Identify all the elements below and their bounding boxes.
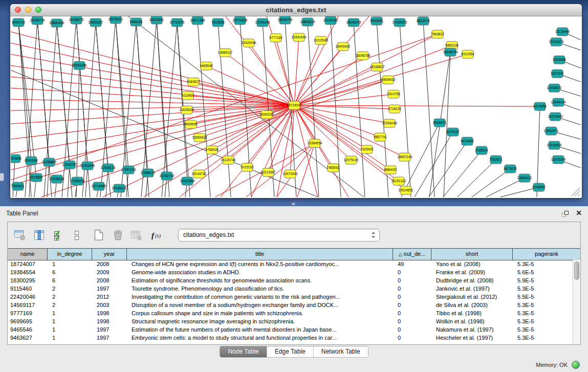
graph-node[interactable]: 19384554: [308, 139, 322, 147]
panel-splitter-handle[interactable]: [292, 203, 295, 205]
graph-node[interactable]: 18300295: [259, 111, 274, 119]
graph-node[interactable]: 19861619: [300, 18, 315, 26]
graph-node[interactable]: 14569117: [218, 49, 233, 57]
graph-node[interactable]: 7485063: [326, 164, 340, 172]
graph-node[interactable]: 14055724: [30, 16, 45, 25]
graph-node[interactable]: 15724558: [233, 16, 248, 25]
graph-node[interactable]: 17957253: [121, 166, 136, 174]
resize-grip-icon[interactable]: [572, 188, 580, 196]
graph-node[interactable]: 11156883: [42, 158, 56, 166]
graph-node[interactable]: 9465546: [200, 62, 213, 70]
graph-node[interactable]: 8813074: [417, 17, 430, 25]
graph-node[interactable]: 9777169: [269, 34, 282, 42]
citation-network-graph[interactable]: 8493714140557242089140616155275106532871…: [11, 16, 581, 198]
graph-node[interactable]: 12505135: [101, 164, 116, 172]
graph-node[interactable]: 7850611: [12, 182, 25, 190]
graph-node[interactable]: 15751874: [549, 38, 564, 46]
table-row[interactable]: 2242004622012Investigating the contribut…: [8, 293, 573, 301]
graph-node[interactable]: 12975115: [344, 156, 359, 164]
select-columns-button[interactable]: [51, 229, 64, 242]
graph-node[interactable]: 11015343: [314, 36, 329, 45]
show-column-button[interactable]: [32, 229, 46, 242]
graph-node[interactable]: 12923468: [180, 177, 195, 185]
graph-node[interactable]: 7663822: [431, 30, 444, 38]
column-header-pagerank[interactable]: pagerank: [513, 249, 580, 260]
graph-node[interactable]: 19524851: [399, 186, 413, 194]
tab-network-table[interactable]: Network Table: [313, 346, 368, 357]
graph-node[interactable]: 8912954: [461, 50, 474, 58]
graph-node[interactable]: 10653287: [89, 18, 103, 27]
graph-node[interactable]: 19654932: [381, 76, 396, 84]
graph-node[interactable]: 15166827: [370, 63, 385, 71]
column-header-short[interactable]: short: [431, 249, 513, 260]
graph-node[interactable]: 8493714: [12, 18, 25, 27]
table-row[interactable]: 969969511998Structural magnetic resonanc…: [8, 317, 573, 325]
graph-node[interactable]: 22420046: [242, 39, 256, 47]
graph-node[interactable]: 16648784: [443, 48, 458, 56]
graph-node[interactable]: 9474444: [461, 137, 474, 145]
graph-node[interactable]: 20053346: [72, 61, 87, 70]
rows-button[interactable]: [70, 229, 83, 242]
graph-node[interactable]: 9245652: [532, 183, 546, 191]
graph-node[interactable]: 12213967: [261, 168, 276, 177]
graph-node[interactable]: 18724007: [287, 101, 302, 110]
graph-node[interactable]: 14136141: [112, 184, 127, 192]
column-header-in_degree[interactable]: in_degree: [48, 249, 92, 260]
graph-node[interactable]: 8938923: [433, 119, 446, 127]
graph-node[interactable]: 9857791: [374, 133, 387, 141]
graph-node[interactable]: 12942757: [62, 161, 77, 169]
graph-node[interactable]: 16649709: [278, 16, 293, 24]
graph-node[interactable]: 8391594: [25, 157, 38, 165]
graph-node[interactable]: 2620655: [11, 155, 21, 163]
import-table-button-disabled[interactable]: [130, 229, 143, 242]
graph-node[interactable]: 20891406: [50, 19, 64, 27]
graph-node[interactable]: 12254248: [382, 119, 397, 127]
graph-node[interactable]: 7815526: [211, 18, 225, 27]
table-scrollbar[interactable]: [573, 260, 580, 344]
graph-node[interactable]: 9463627: [187, 78, 200, 86]
graph-node[interactable]: 9884067: [384, 166, 397, 174]
table-row[interactable]: 1830029562008Estimation of significance …: [8, 276, 573, 285]
graph-node[interactable]: 16155275: [69, 16, 84, 24]
delete-table-button[interactable]: [111, 229, 124, 242]
graph-node[interactable]: 9227341: [551, 70, 564, 78]
table-selector-dropdown[interactable]: citations_edges.txt: [178, 229, 380, 242]
graph-node[interactable]: 20206526: [50, 175, 64, 183]
graph-node[interactable]: 19144791: [192, 170, 207, 178]
column-header-out_de[interactable]: △out_de...: [393, 249, 431, 260]
close-panel-icon[interactable]: ✕: [576, 209, 582, 217]
graph-node[interactable]: 17016504: [547, 141, 562, 149]
table-row[interactable]: 977716911998Corpus callosum shape and si…: [8, 309, 573, 317]
graph-node[interactable]: 1810755: [387, 90, 400, 98]
graph-node[interactable]: 17359928: [70, 177, 85, 185]
window-titlebar[interactable]: citations_edges.txt: [10, 4, 582, 16]
graph-node[interactable]: 10958107: [141, 169, 156, 177]
graph-node[interactable]: 11125448: [555, 28, 570, 36]
graph-node[interactable]: 16046786: [356, 52, 371, 60]
network-view-window[interactable]: citations_edges.txt 84937141405572420891…: [10, 4, 582, 198]
graph-node[interactable]: 9975887: [30, 173, 43, 182]
tab-node-table[interactable]: Node Table: [220, 346, 267, 357]
column-header-name[interactable]: name: [8, 249, 48, 260]
graph-node[interactable]: 16151322: [391, 177, 406, 185]
graph-node[interactable]: 9115152: [241, 163, 254, 171]
graph-node[interactable]: 6379197: [446, 128, 460, 136]
left-edge-handle[interactable]: [0, 173, 4, 181]
table-row[interactable]: 1872400712008Changes of HCN gene express…: [8, 260, 573, 268]
column-header-year[interactable]: year: [92, 249, 127, 260]
function-builder-button[interactable]: f (x): [151, 229, 164, 242]
graph-node[interactable]: 16210643: [548, 113, 563, 121]
graph-node[interactable]: 10973493: [283, 170, 298, 178]
graph-node[interactable]: 17459923: [393, 18, 407, 27]
graph-node[interactable]: 9115460: [182, 92, 194, 100]
graph-node[interactable]: 16782759: [160, 172, 175, 180]
table-row[interactable]: 911546021997Tourette syndrome. Phenomeno…: [8, 285, 573, 293]
graph-node[interactable]: 2935114: [475, 146, 488, 155]
table-row[interactable]: 946362711997Embryonic stem cells: a mode…: [8, 334, 573, 342]
scrollbar-thumb[interactable]: [574, 261, 579, 280]
graph-node[interactable]: 15716485: [92, 182, 106, 190]
graph-node[interactable]: 15276021: [108, 16, 123, 24]
graph-node[interactable]: 8471676: [504, 165, 517, 173]
graph-node[interactable]: 12254243: [255, 18, 270, 27]
graph-node[interactable]: 10719155: [170, 18, 185, 27]
